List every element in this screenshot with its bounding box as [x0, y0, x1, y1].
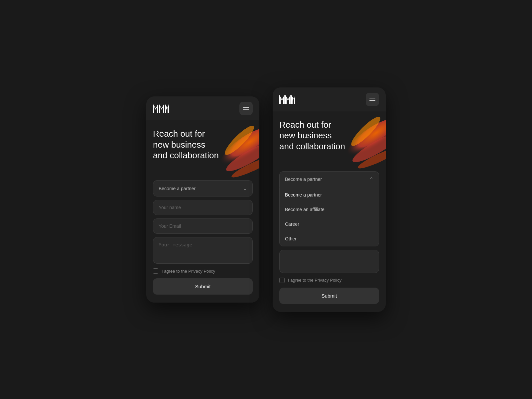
svg-point-2	[230, 154, 259, 180]
hero-heading-left: Reach out for new business and collabora…	[153, 128, 219, 161]
select-wrapper-right: Become a partner ⌃ Become a partner Beco…	[279, 171, 379, 246]
select-value-left: Become a partner	[159, 186, 196, 191]
privacy-checkbox-right[interactable]	[279, 278, 285, 283]
svg-point-4	[342, 112, 386, 163]
hamburger-line	[369, 100, 375, 101]
dropdown-item-career[interactable]: Career	[280, 217, 379, 231]
svg-point-3	[222, 123, 257, 158]
right-phone-card: Reach out for new business and collabora…	[273, 87, 386, 312]
svg-point-7	[348, 113, 383, 149]
svg-point-6	[356, 144, 386, 171]
hamburger-line	[369, 98, 375, 98]
chevron-down-icon: ⌄	[243, 185, 247, 192]
submit-button-right[interactable]: Submit	[279, 288, 379, 304]
privacy-label-left: I agree to the Privacy Policy	[162, 269, 215, 274]
hamburger-line	[243, 107, 249, 108]
select-button-left[interactable]: Become a partner ⌄	[153, 180, 253, 197]
name-input-left[interactable]	[153, 200, 253, 215]
select-value-right: Become a partner	[285, 177, 322, 182]
privacy-row-left: I agree to the Privacy Policy	[153, 267, 253, 275]
dropdown-item-affiliate[interactable]: Become an affiliate	[280, 202, 379, 217]
select-wrapper-left: Become a partner ⌄	[153, 180, 253, 197]
privacy-label-right: I agree to the Privacy Policy	[288, 278, 341, 283]
hamburger-button-right[interactable]	[366, 93, 379, 106]
submit-button-left[interactable]: Submit	[153, 278, 253, 295]
email-input-left[interactable]	[153, 218, 253, 234]
hamburger-button-left[interactable]	[239, 102, 253, 115]
select-button-right[interactable]: Become a partner ⌃	[279, 171, 379, 188]
dropdown-item-partner[interactable]: Become a partner	[280, 188, 379, 202]
message-textarea-right[interactable]	[279, 250, 379, 273]
hero-section-left: Reach out for new business and collabora…	[146, 120, 259, 180]
left-phone-card: Reach out for new business and collabora…	[146, 96, 259, 303]
privacy-checkbox-left[interactable]	[153, 268, 158, 274]
dropdown-item-other[interactable]: Other	[280, 231, 379, 246]
svg-point-0	[216, 122, 259, 172]
svg-point-5	[350, 129, 386, 166]
logo-left	[153, 104, 169, 113]
privacy-row-right: I agree to the Privacy Policy	[279, 276, 379, 284]
message-textarea-left[interactable]	[153, 237, 253, 264]
hamburger-line	[243, 109, 249, 110]
nav-bar-left	[146, 96, 259, 120]
svg-point-1	[223, 138, 259, 175]
hero-heading-right: Reach out for new business and collabora…	[279, 119, 346, 152]
chevron-up-icon: ⌃	[369, 176, 373, 183]
dropdown-menu-right: Become a partner Become an affiliate Car…	[279, 188, 379, 246]
hero-section-right: Reach out for new business and collabora…	[273, 111, 386, 171]
logo-right	[279, 95, 295, 104]
form-area-right: Become a partner ⌃ Become a partner Beco…	[273, 171, 386, 312]
form-area-left: Become a partner ⌄ I agree to the Privac…	[146, 180, 259, 303]
nav-bar-right	[273, 87, 386, 111]
